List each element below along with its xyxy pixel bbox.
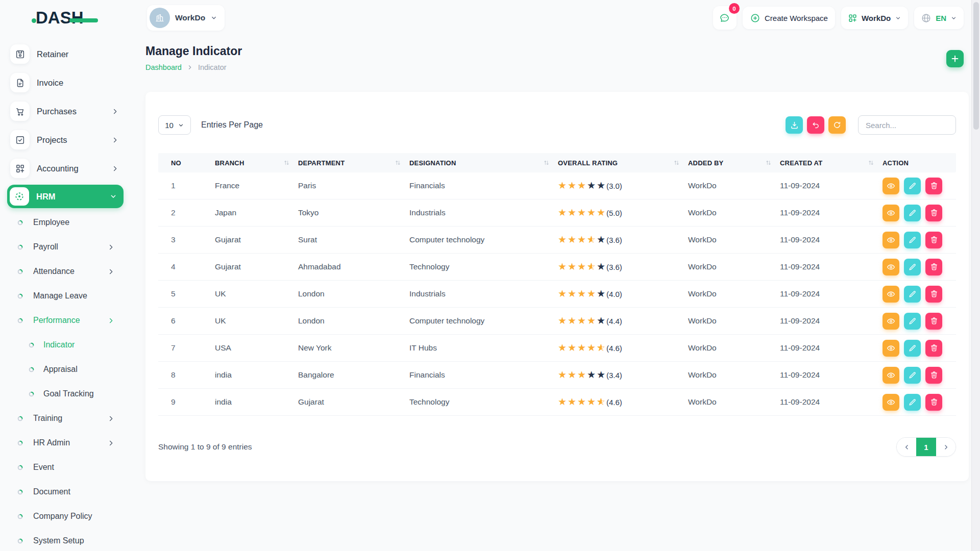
brand-logo[interactable]: DASH	[0, 0, 145, 36]
star-icon	[558, 369, 568, 381]
edit-button[interactable]	[904, 178, 921, 194]
rating-stars	[558, 396, 606, 408]
sidebar-item-hr-admin[interactable]: HR Admin	[0, 431, 145, 455]
sidebar-item-payroll[interactable]: Payroll	[0, 235, 145, 259]
refresh-button[interactable]	[828, 116, 846, 134]
eye-icon	[886, 343, 896, 353]
delete-button[interactable]	[925, 205, 942, 221]
edit-button[interactable]	[904, 205, 921, 221]
page-scrollbar[interactable]	[971, 0, 980, 551]
sidebar-item-employee[interactable]: Employee	[0, 210, 145, 235]
chevron-left-icon	[903, 443, 911, 451]
sidebar-item-training[interactable]: Training	[0, 406, 145, 431]
sidebar-item-attendance[interactable]: Attendance	[0, 259, 145, 284]
sidebar-item-goal-tracking[interactable]: Goal Tracking	[0, 382, 145, 406]
cell-added-by: WorkDo	[688, 181, 780, 190]
rating-value: (5.0)	[606, 209, 622, 217]
sidebar-item-purchases[interactable]: Purchases	[0, 97, 145, 126]
cell-department: London	[298, 289, 409, 298]
app-switcher-label: WorkDo	[862, 14, 891, 22]
scrollbar-thumb[interactable]	[973, 2, 979, 130]
cell-created-at: 11-09-2024	[780, 235, 883, 244]
sidebar-item-document[interactable]: Document	[0, 480, 145, 504]
sidebar-item-label: Performance	[33, 316, 80, 325]
column-header-overall-rating[interactable]: OVERALL RATING	[558, 159, 688, 167]
cell-designation: IT Hubs	[409, 343, 558, 353]
view-button[interactable]	[883, 286, 899, 303]
delete-button[interactable]	[925, 259, 942, 276]
cell-branch: France	[215, 181, 298, 190]
sidebar-item-event[interactable]: Event	[0, 455, 145, 480]
view-button[interactable]	[883, 205, 899, 221]
cell-department: Bangalore	[298, 370, 409, 380]
star-icon	[597, 369, 606, 381]
search-input[interactable]	[858, 115, 956, 135]
view-button[interactable]	[883, 259, 899, 276]
sidebar-item-retainer[interactable]: Retainer	[0, 40, 145, 68]
bullet-icon	[29, 342, 34, 348]
delete-button[interactable]	[925, 313, 942, 330]
delete-button[interactable]	[925, 340, 942, 357]
entries-per-page-select[interactable]: 10	[158, 115, 191, 135]
cell-action	[883, 340, 956, 357]
sidebar-item-hrm[interactable]: HRM	[0, 183, 145, 210]
edit-button[interactable]	[904, 340, 921, 357]
view-button[interactable]	[883, 394, 899, 411]
delete-button[interactable]	[925, 286, 942, 303]
messages-button[interactable]: 0	[713, 6, 737, 30]
column-header-designation[interactable]: DESIGNATION	[409, 159, 558, 167]
indicator-table: NOBRANCHDEPARTMENTDESIGNATIONOVERALL RAT…	[158, 153, 956, 416]
sidebar-item-manage-leave[interactable]: Manage Leave	[0, 284, 145, 308]
edit-button[interactable]	[904, 313, 921, 330]
sidebar-item-invoice[interactable]: Invoice	[0, 68, 145, 97]
chevron-down-icon	[178, 122, 184, 129]
eye-icon	[886, 397, 896, 407]
add-indicator-button[interactable]	[946, 50, 964, 67]
sidebar-item-performance[interactable]: Performance	[0, 308, 145, 333]
delete-button[interactable]	[925, 232, 942, 248]
page-1-button[interactable]: 1	[916, 438, 936, 456]
sidebar-item-indicator[interactable]: Indicator	[0, 333, 145, 357]
language-selector[interactable]: EN	[914, 7, 964, 29]
sidebar-item-company-policy[interactable]: Company Policy	[0, 504, 145, 529]
sidebar-item-projects[interactable]: Projects	[0, 126, 145, 154]
eye-icon	[886, 316, 896, 326]
logo-bar-icon	[69, 18, 98, 22]
rating-value: (4.6)	[606, 398, 622, 407]
main-area: WorkDo 0 Create Workspace	[145, 0, 971, 551]
delete-button[interactable]	[925, 178, 942, 194]
edit-button[interactable]	[904, 367, 921, 384]
view-button[interactable]	[883, 340, 899, 357]
create-workspace-label: Create Workspace	[765, 14, 828, 22]
column-header-added-by[interactable]: ADDED BY	[688, 159, 780, 167]
sidebar-item-appraisal[interactable]: Appraisal	[0, 357, 145, 382]
sidebar-item-system-setup[interactable]: System Setup	[0, 529, 145, 551]
next-page-button[interactable]	[936, 438, 955, 456]
view-button[interactable]	[883, 367, 899, 384]
export-button[interactable]	[786, 116, 803, 134]
breadcrumb-dashboard-link[interactable]: Dashboard	[145, 62, 182, 72]
edit-button[interactable]	[904, 232, 921, 248]
prev-page-button[interactable]	[897, 438, 916, 456]
create-workspace-button[interactable]: Create Workspace	[743, 7, 835, 29]
rating-value: (3.6)	[606, 236, 622, 244]
workdo-apps-button[interactable]: WorkDo	[841, 7, 908, 29]
edit-button[interactable]	[904, 259, 921, 276]
delete-button[interactable]	[925, 367, 942, 384]
sort-icon	[395, 160, 401, 166]
view-button[interactable]	[883, 178, 899, 194]
workspace-switcher[interactable]: WorkDo	[147, 5, 225, 31]
delete-button[interactable]	[925, 394, 942, 411]
bullet-icon	[17, 244, 23, 250]
row-actions	[883, 178, 942, 194]
view-button[interactable]	[883, 313, 899, 330]
cell-department: New York	[298, 343, 409, 353]
column-header-created-at[interactable]: CREATED AT	[780, 159, 883, 167]
edit-button[interactable]	[904, 394, 921, 411]
edit-button[interactable]	[904, 286, 921, 303]
column-header-department[interactable]: DEPARTMENT	[298, 159, 409, 167]
sidebar-item-accounting[interactable]: Accounting	[0, 154, 145, 183]
view-button[interactable]	[883, 232, 899, 248]
column-header-branch[interactable]: BRANCH	[215, 159, 298, 167]
reset-button[interactable]	[807, 116, 824, 134]
